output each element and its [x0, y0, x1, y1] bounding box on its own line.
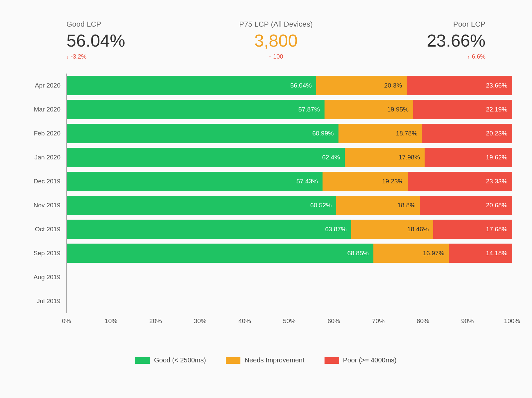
bar-segment-poor: 20.68%: [420, 196, 512, 215]
bar-segment-value: 22.19%: [486, 106, 507, 113]
bar-segment-mid: 16.97%: [373, 244, 449, 263]
x-axis-tick: 20%: [149, 317, 162, 325]
legend-label: Good (< 2500ms): [154, 356, 206, 364]
bar-segment-value: 20.68%: [486, 202, 507, 209]
bar-segment-mid: 18.8%: [336, 196, 420, 215]
bar-segment-value: 63.87%: [325, 226, 346, 233]
kpi-label: Good LCP: [66, 20, 101, 29]
y-axis-label: Aug 2019: [20, 265, 66, 289]
kpi-row: Good LCP 56.04% ↓ -3.2% P75 LCP (All Dev…: [20, 13, 512, 67]
y-axis-label: Dec 2019: [20, 169, 66, 193]
arrow-down-icon: ↓: [66, 55, 69, 59]
legend-item-poor: Poor (>= 4000ms): [325, 356, 397, 364]
bar-segment-value: 57.87%: [298, 106, 320, 113]
legend-label: Needs Improvement: [244, 356, 304, 364]
legend-item-good: Good (< 2500ms): [135, 356, 206, 364]
bar-row: 57.43%19.23%23.33%: [67, 169, 512, 193]
y-axis-label: Apr 2020: [20, 74, 66, 98]
kpi-value: 56.04%: [66, 31, 125, 51]
bar-segment-value: 18.8%: [397, 202, 415, 209]
bar-segment-poor: 20.23%: [422, 124, 512, 143]
bar-segment-value: 19.23%: [382, 178, 403, 185]
x-axis-tick: 10%: [105, 317, 117, 325]
bar-segment-mid: 19.95%: [325, 100, 413, 119]
legend-swatch-icon: [325, 357, 339, 364]
kpi-value: 23.66%: [427, 31, 485, 51]
bar-segment-mid: 18.46%: [351, 220, 433, 239]
bar-segment-good: 57.87%: [67, 100, 325, 119]
x-axis-tick: 90%: [461, 317, 474, 325]
bar-segment-good: 68.85%: [67, 244, 373, 263]
legend: Good (< 2500ms) Needs Improvement Poor (…: [20, 356, 512, 364]
arrow-up-icon: ↑: [269, 55, 271, 59]
x-axis-tick: 50%: [283, 317, 296, 325]
bar-segment-mid: 17.98%: [345, 148, 425, 167]
y-axis-label: Oct 2019: [20, 217, 66, 241]
bar-row: [67, 265, 512, 289]
bar-segment-value: 60.99%: [312, 130, 333, 137]
bar-segment-value: 56.04%: [290, 82, 312, 89]
bar-segment-good: 57.43%: [67, 172, 323, 191]
stacked-bar: 63.87%18.46%17.68%: [67, 220, 512, 239]
bar-segment-good: 56.04%: [67, 76, 316, 95]
arrow-up-icon: ↑: [467, 55, 470, 59]
kpi-delta: ↑ 100: [269, 53, 283, 60]
bar-segment-poor: 23.33%: [408, 172, 512, 191]
kpi-delta: ↑ 6.6%: [467, 53, 485, 60]
y-axis-label: Jan 2020: [20, 145, 66, 169]
kpi-p75-lcp: P75 LCP (All Devices) 3,800 ↑ 100: [239, 20, 313, 60]
x-axis-tick: 0%: [62, 317, 71, 325]
bar-row: 68.85%16.97%14.18%: [67, 241, 512, 265]
legend-swatch-icon: [135, 357, 150, 364]
bar-segment-value: 23.33%: [486, 178, 507, 185]
y-axis-label: Sep 2019: [20, 241, 66, 265]
bar-segment-value: 62.4%: [322, 154, 340, 161]
kpi-delta: ↓ -3.2%: [66, 53, 86, 60]
x-axis-tick: 70%: [372, 317, 385, 325]
bar-segment-poor: 14.18%: [449, 244, 512, 263]
bar-segment-value: 19.62%: [486, 154, 507, 161]
stacked-bar: 60.52%18.8%20.68%: [67, 196, 512, 215]
bar-row: 57.87%19.95%22.19%: [67, 98, 512, 121]
bar-segment-poor: 17.68%: [433, 220, 512, 239]
stacked-bar: 57.87%19.95%22.19%: [67, 100, 512, 119]
bar-segment-value: 19.95%: [387, 106, 408, 113]
x-axis-tick: 60%: [328, 317, 340, 325]
bar-segment-mid: 18.78%: [338, 124, 422, 143]
kpi-label: Poor LCP: [453, 20, 485, 29]
bar-row: 62.4%17.98%19.62%: [67, 145, 512, 169]
bar-segment-good: 60.52%: [67, 196, 336, 215]
bar-row: 63.87%18.46%17.68%: [67, 217, 512, 241]
stacked-bar: 56.04%20.3%23.66%: [67, 76, 512, 95]
kpi-delta-value: 6.6%: [472, 53, 485, 60]
stacked-bar: 60.99%18.78%20.23%: [67, 124, 512, 143]
kpi-value: 3,800: [254, 31, 298, 51]
x-axis-tick: 80%: [417, 317, 429, 325]
bar-segment-poor: 23.66%: [407, 76, 512, 95]
stacked-bar: 57.43%19.23%23.33%: [67, 172, 512, 191]
bar-row: 56.04%20.3%23.66%: [67, 74, 512, 98]
y-axis-label: Feb 2020: [20, 121, 66, 145]
kpi-good-lcp: Good LCP 56.04% ↓ -3.2%: [66, 20, 125, 60]
bar-segment-value: 68.85%: [347, 250, 368, 257]
bar-segment-good: 60.99%: [67, 124, 338, 143]
bar-row: [67, 289, 512, 313]
bar-segment-value: 20.3%: [384, 82, 402, 89]
bar-segment-value: 17.68%: [486, 226, 507, 233]
bar-row: 60.52%18.8%20.68%: [67, 193, 512, 217]
y-axis-label: Mar 2020: [20, 98, 66, 121]
bar-segment-value: 57.43%: [297, 178, 318, 185]
bar-segment-mid: 20.3%: [316, 76, 407, 95]
x-axis: 0%10%20%30%40%50%60%70%80%90%100%: [66, 313, 512, 326]
kpi-label: P75 LCP (All Devices): [239, 20, 313, 29]
kpi-delta-value: -3.2%: [71, 53, 86, 60]
stacked-bar-chart: Apr 2020Mar 2020Feb 2020Jan 2020Dec 2019…: [20, 74, 512, 313]
bar-segment-poor: 19.62%: [425, 148, 512, 167]
x-axis-tick: 40%: [238, 317, 251, 325]
bar-segment-value: 17.98%: [399, 154, 420, 161]
bar-segment-value: 18.78%: [396, 130, 417, 137]
y-axis: Apr 2020Mar 2020Feb 2020Jan 2020Dec 2019…: [20, 74, 66, 313]
bar-segment-value: 20.23%: [486, 130, 507, 137]
bar-segment-mid: 19.23%: [323, 172, 408, 191]
y-axis-label: Jul 2019: [20, 289, 66, 313]
